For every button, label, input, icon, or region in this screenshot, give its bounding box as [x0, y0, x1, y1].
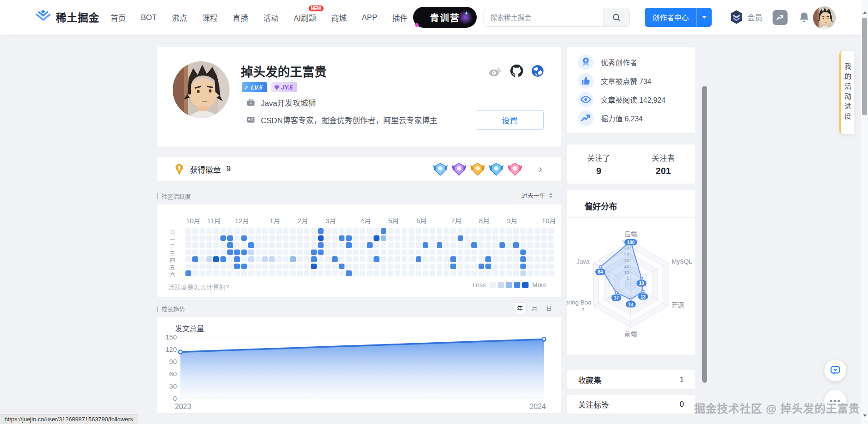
- heatmap-cell[interactable]: [318, 242, 324, 248]
- heatmap-cell[interactable]: [318, 256, 324, 262]
- heatmap-cell[interactable]: [213, 264, 219, 269]
- heatmap-cell[interactable]: [485, 228, 491, 234]
- heatmap-cell[interactable]: [297, 242, 303, 248]
- jy-badge[interactable]: JY.5: [271, 82, 298, 92]
- heatmap-cell[interactable]: [416, 242, 422, 248]
- heatmap-cell[interactable]: [325, 270, 331, 276]
- heatmap-cell[interactable]: [297, 235, 303, 241]
- heatmap-cell[interactable]: [346, 264, 352, 269]
- heatmap-cell[interactable]: [402, 242, 408, 248]
- heatmap-cell[interactable]: [499, 228, 505, 234]
- heatmap-cell[interactable]: [262, 242, 268, 248]
- heatmap-cell[interactable]: [297, 264, 303, 269]
- heatmap-cell[interactable]: [444, 242, 449, 248]
- heatmap-cell[interactable]: [353, 235, 359, 241]
- heatmap-cell[interactable]: [485, 249, 491, 255]
- heatmap-cell[interactable]: [381, 264, 387, 269]
- heatmap-cell[interactable]: [513, 264, 519, 269]
- heatmap-cell[interactable]: [353, 242, 359, 248]
- heatmap-cell[interactable]: [290, 242, 296, 248]
- member-entry[interactable]: 会员: [729, 10, 763, 25]
- heatmap-cell[interactable]: [423, 256, 429, 262]
- heatmap-cell[interactable]: [548, 270, 554, 276]
- profile-avatar[interactable]: [173, 61, 229, 118]
- heatmap-cell[interactable]: [527, 256, 533, 262]
- heatmap-cell[interactable]: [192, 270, 198, 276]
- heatmap-cell[interactable]: [192, 228, 198, 234]
- heatmap-cell[interactable]: [206, 242, 212, 248]
- heatmap-cell[interactable]: [297, 270, 303, 276]
- heatmap-cell[interactable]: [346, 228, 352, 234]
- heatmap-cell[interactable]: [325, 264, 331, 269]
- heatmap-cell[interactable]: [395, 228, 401, 234]
- heatmap-cell[interactable]: [548, 228, 554, 234]
- heatmap-cell[interactable]: [346, 242, 352, 248]
- heatmap-cell[interactable]: [479, 242, 484, 248]
- heatmap-cell[interactable]: [304, 235, 310, 241]
- heatmap-cell[interactable]: [450, 264, 456, 269]
- badges-card[interactable]: 获得徽章 9 ›: [157, 157, 561, 181]
- heatmap-cell[interactable]: [527, 270, 533, 276]
- heatmap-cell[interactable]: [513, 235, 519, 241]
- heatmap-cell[interactable]: [367, 235, 373, 241]
- heatmap-cell[interactable]: [367, 264, 373, 269]
- heatmap-cell[interactable]: [367, 256, 373, 262]
- heatmap-cell[interactable]: [464, 235, 470, 241]
- heatmap-cell[interactable]: [548, 264, 554, 269]
- heatmap-cell[interactable]: [227, 249, 233, 255]
- heatmap-cell[interactable]: [409, 264, 414, 269]
- heatmap-cell[interactable]: [339, 249, 345, 255]
- heatmap-cell[interactable]: [262, 264, 268, 269]
- heatmap-cell[interactable]: [367, 270, 373, 276]
- heatmap-cell[interactable]: [339, 242, 345, 248]
- campaign-button[interactable]: 青训营 ✦: [413, 7, 477, 28]
- heatmap-cell[interactable]: [311, 228, 317, 234]
- heatmap-cell[interactable]: [506, 242, 512, 248]
- heatmap-cell[interactable]: [200, 264, 205, 269]
- heatmap-cell[interactable]: [388, 235, 394, 241]
- heatmap-cell[interactable]: [332, 270, 338, 276]
- heatmap-cell[interactable]: [276, 270, 282, 276]
- heatmap-cell[interactable]: [388, 264, 394, 269]
- heatmap-cell[interactable]: [269, 256, 275, 262]
- heatmap-cell[interactable]: [234, 256, 240, 262]
- heatmap-cell[interactable]: [541, 242, 547, 248]
- heatmap-cell[interactable]: [297, 249, 303, 255]
- heatmap-cell[interactable]: [318, 270, 324, 276]
- heatmap-cell[interactable]: [458, 228, 464, 234]
- heatmap-cell[interactable]: [444, 249, 449, 255]
- heatmap-cell[interactable]: [479, 270, 484, 276]
- heatmap-cell[interactable]: [227, 235, 233, 241]
- heatmap-cell[interactable]: [311, 242, 317, 248]
- heatmap-cell[interactable]: [262, 270, 268, 276]
- heatmap-cell[interactable]: [213, 228, 219, 234]
- nav-item-活动[interactable]: 活动: [263, 12, 279, 23]
- heatmap-cell[interactable]: [213, 242, 219, 248]
- heatmap-cell[interactable]: [255, 242, 261, 248]
- heatmap-cell[interactable]: [450, 235, 456, 241]
- heatmap-cell[interactable]: [304, 264, 310, 269]
- heatmap-cell[interactable]: [248, 228, 254, 234]
- toggle-月[interactable]: 月: [528, 302, 541, 313]
- heatmap-cell[interactable]: [206, 256, 212, 262]
- heatmap-cell[interactable]: [311, 235, 317, 241]
- heatmap-cell[interactable]: [262, 235, 268, 241]
- heatmap-cell[interactable]: [206, 270, 212, 276]
- settings-button[interactable]: 设置: [476, 110, 544, 130]
- heatmap-cell[interactable]: [402, 256, 408, 262]
- heatmap-cell[interactable]: [304, 249, 310, 255]
- heatmap-cell[interactable]: [423, 242, 429, 248]
- heatmap-cell[interactable]: [220, 264, 226, 269]
- heatmap-cell[interactable]: [471, 249, 477, 255]
- heatmap-cell[interactable]: [290, 228, 296, 234]
- heatmap-cell[interactable]: [527, 249, 533, 255]
- heatmap-cell[interactable]: [374, 228, 379, 234]
- heatmap-cell[interactable]: [388, 242, 394, 248]
- heatmap-cell[interactable]: [192, 256, 198, 262]
- heatmap-cell[interactable]: [311, 264, 317, 269]
- activity-how-link[interactable]: 活跃度是怎么计算的?: [168, 282, 229, 291]
- heatmap-cell[interactable]: [353, 256, 359, 262]
- following-stat[interactable]: 关注了 9: [567, 145, 631, 184]
- heatmap-cell[interactable]: [185, 270, 191, 276]
- heatmap-cell[interactable]: [450, 270, 456, 276]
